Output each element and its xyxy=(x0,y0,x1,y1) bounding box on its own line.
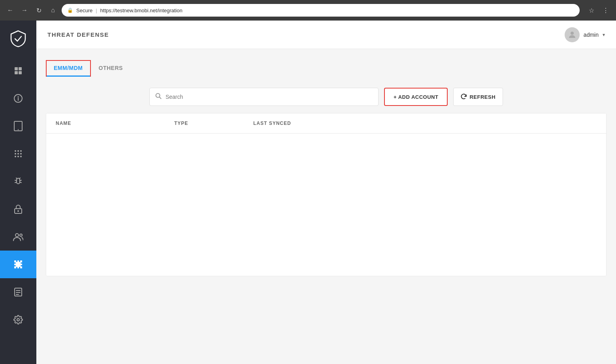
col-header-last-synced: LAST SYNCED xyxy=(253,121,597,126)
svg-point-12 xyxy=(15,153,16,155)
table-container: NAME TYPE LAST SYNCED xyxy=(46,113,607,276)
tab-emm-mdm[interactable]: EMM/MDM xyxy=(46,60,91,77)
user-menu[interactable]: admin ▾ xyxy=(565,27,605,42)
col-header-type: TYPE xyxy=(174,121,253,126)
col-header-name: NAME xyxy=(56,121,174,126)
svg-line-22 xyxy=(16,178,17,179)
user-name: admin xyxy=(584,32,599,38)
back-button[interactable]: ← xyxy=(5,5,16,16)
dashboard-icon xyxy=(13,66,23,75)
browser-chrome: ← → ↻ ⌂ 🔒 Secure | https://testnew.bmobi… xyxy=(0,0,616,21)
svg-line-21 xyxy=(20,182,21,183)
settings-icon xyxy=(13,315,23,324)
menu-button[interactable]: ⋮ xyxy=(600,5,611,16)
sidebar-item-reports[interactable] xyxy=(0,278,36,306)
refresh-icon xyxy=(461,94,467,100)
header: THREAT DEFENSE admin ▾ xyxy=(36,21,616,49)
lock-icon xyxy=(14,204,23,214)
sidebar-item-threats[interactable] xyxy=(0,168,36,195)
sidebar xyxy=(0,21,36,364)
search-box[interactable] xyxy=(149,88,379,106)
reload-button[interactable]: ↻ xyxy=(33,5,44,16)
tabs-bar: EMM/MDM OTHERS xyxy=(46,60,607,77)
page-title: THREAT DEFENSE xyxy=(47,31,109,38)
page-content: EMM/MDM OTHERS xyxy=(36,49,616,364)
search-icon xyxy=(155,93,162,101)
table-body xyxy=(46,134,606,276)
url-text: https://testnew.bmobi.net/integration xyxy=(100,8,183,13)
forward-button[interactable]: → xyxy=(19,5,30,16)
toolbar: + ADD ACCOUNT REFRESH xyxy=(46,88,607,106)
svg-line-20 xyxy=(15,182,17,183)
avatar xyxy=(565,27,580,42)
svg-rect-3 xyxy=(19,71,22,74)
svg-point-16 xyxy=(17,156,19,157)
svg-point-13 xyxy=(17,153,19,155)
table-header: NAME TYPE LAST SYNCED xyxy=(46,113,606,134)
app-container: THREAT DEFENSE admin ▾ EMM/MDM xyxy=(0,21,616,364)
refresh-label: REFRESH xyxy=(469,94,495,100)
puzzle-icon xyxy=(13,259,23,270)
svg-point-15 xyxy=(15,156,16,157)
apps-icon xyxy=(13,149,23,158)
svg-rect-2 xyxy=(15,71,18,74)
search-input[interactable] xyxy=(166,94,373,100)
svg-point-25 xyxy=(17,210,19,212)
sidebar-item-info[interactable] xyxy=(0,85,36,112)
svg-point-9 xyxy=(15,150,16,152)
sidebar-item-devices[interactable] xyxy=(0,112,36,140)
browser-actions: ☆ ⋮ xyxy=(586,5,611,16)
svg-rect-0 xyxy=(15,67,18,70)
bookmark-button[interactable]: ☆ xyxy=(586,5,597,16)
svg-line-19 xyxy=(20,180,21,181)
svg-line-23 xyxy=(19,178,20,179)
url-separator: | xyxy=(96,8,97,13)
svg-point-11 xyxy=(20,150,22,152)
svg-point-17 xyxy=(20,156,22,157)
svg-point-26 xyxy=(15,234,19,237)
sidebar-item-integration[interactable] xyxy=(0,251,36,278)
svg-point-10 xyxy=(17,150,19,152)
secure-label: Secure xyxy=(76,8,92,13)
info-icon xyxy=(13,94,23,103)
chevron-down-icon: ▾ xyxy=(603,32,605,38)
svg-point-8 xyxy=(18,129,19,130)
sidebar-item-settings[interactable] xyxy=(0,306,36,334)
tab-others[interactable]: OTHERS xyxy=(91,60,131,77)
sidebar-item-apps[interactable] xyxy=(0,140,36,168)
main-content: THREAT DEFENSE admin ▾ EMM/MDM xyxy=(36,21,616,364)
tablet-icon xyxy=(14,121,23,131)
address-bar[interactable]: 🔒 Secure | https://testnew.bmobi.net/int… xyxy=(62,4,580,17)
add-account-button[interactable]: + ADD ACCOUNT xyxy=(384,88,448,106)
sidebar-item-dashboard[interactable] xyxy=(0,57,36,85)
sidebar-item-users[interactable] xyxy=(0,223,36,251)
lock-icon: 🔒 xyxy=(67,8,73,13)
svg-point-14 xyxy=(20,153,22,155)
bug-icon xyxy=(13,177,23,186)
shield-logo-icon xyxy=(9,30,27,47)
svg-rect-1 xyxy=(19,67,22,70)
sidebar-logo xyxy=(0,21,36,57)
user-avatar-icon xyxy=(567,30,577,40)
svg-line-34 xyxy=(159,97,161,99)
users-icon xyxy=(13,232,23,241)
home-button[interactable]: ⌂ xyxy=(47,5,58,16)
svg-line-18 xyxy=(15,180,17,181)
refresh-button[interactable]: REFRESH xyxy=(453,88,503,106)
sidebar-item-security[interactable] xyxy=(0,195,36,223)
svg-point-32 xyxy=(571,32,574,35)
reports-icon xyxy=(14,287,23,297)
svg-point-27 xyxy=(20,234,22,236)
